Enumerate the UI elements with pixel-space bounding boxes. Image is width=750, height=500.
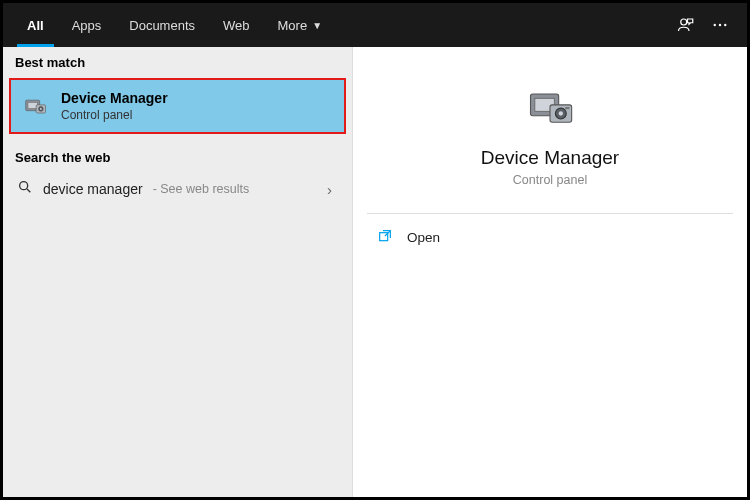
svg-point-3	[724, 24, 726, 26]
tab-bar: All Apps Documents Web More ▼	[3, 3, 336, 47]
tab-documents[interactable]: Documents	[115, 3, 209, 47]
best-match-text: Device Manager Control panel	[61, 90, 168, 122]
svg-point-15	[559, 111, 563, 115]
web-query: device manager	[43, 181, 143, 197]
best-match-result[interactable]: Device Manager Control panel	[9, 78, 346, 134]
chevron-down-icon: ▼	[312, 20, 322, 31]
feedback-icon[interactable]	[677, 16, 695, 34]
device-manager-icon	[21, 92, 49, 120]
web-hint: - See web results	[153, 182, 250, 196]
search-icon	[17, 179, 33, 199]
svg-line-10	[27, 189, 30, 192]
open-label: Open	[407, 230, 440, 245]
svg-point-1	[714, 24, 716, 26]
preview-subtitle: Control panel	[513, 173, 587, 187]
spacer	[336, 3, 677, 47]
svg-point-8	[40, 108, 42, 110]
tab-label: Web	[223, 18, 250, 33]
search-web-header: Search the web	[3, 142, 352, 171]
tab-web[interactable]: Web	[209, 3, 264, 47]
chevron-right-icon: ›	[327, 181, 338, 198]
preview-title: Device Manager	[481, 147, 619, 169]
tab-label: Documents	[129, 18, 195, 33]
device-manager-large-icon	[524, 81, 576, 133]
tab-more[interactable]: More ▼	[264, 3, 337, 47]
svg-point-9	[20, 182, 28, 190]
best-match-subtitle: Control panel	[61, 108, 168, 122]
main-area: Best match Device Manager Control panel …	[3, 47, 747, 497]
preview-header: Device Manager Control panel	[353, 47, 747, 213]
tab-label: Apps	[72, 18, 102, 33]
best-match-title: Device Manager	[61, 90, 168, 106]
open-action[interactable]: Open	[353, 214, 747, 261]
top-right-actions	[677, 3, 747, 47]
open-icon	[377, 228, 393, 247]
tab-apps[interactable]: Apps	[58, 3, 116, 47]
more-options-icon[interactable]	[711, 16, 729, 34]
tab-label: More	[278, 18, 308, 33]
tab-label: All	[27, 18, 44, 33]
svg-point-2	[719, 24, 721, 26]
results-panel: Best match Device Manager Control panel …	[3, 47, 353, 497]
web-search-result[interactable]: device manager - See web results ›	[3, 171, 352, 207]
best-match-header: Best match	[3, 47, 352, 76]
svg-point-0	[681, 19, 687, 25]
tab-all[interactable]: All	[13, 3, 58, 47]
preview-panel: Device Manager Control panel Open	[353, 47, 747, 497]
svg-rect-16	[565, 107, 569, 109]
search-filter-tabs: All Apps Documents Web More ▼	[3, 3, 747, 47]
